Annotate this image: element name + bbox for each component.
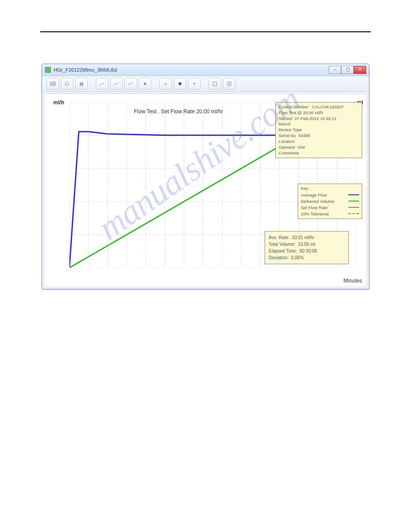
- legend-row-delivered: Delivered Volume: [301, 198, 359, 204]
- info-control-label: Control Number: [278, 104, 308, 109]
- stats-panel: Ave. Rate: 20.01 ml/hr Total Volume: 10.…: [265, 231, 349, 264]
- info-panel: Control Number CALCHK120207 Flow Test @ …: [275, 102, 362, 158]
- stats-elapsed-label: Elapsed Time:: [269, 249, 297, 253]
- info-comments: Comments: [278, 150, 359, 156]
- stats-dev-label: Deviation:: [269, 255, 288, 260]
- svg-point-7: [144, 82, 146, 85]
- toolbar-up-icon[interactable]: [159, 78, 172, 90]
- legend-label-vol: Delivered Volume: [301, 199, 347, 204]
- close-button[interactable]: ✕: [354, 66, 366, 74]
- toolbar-print-icon[interactable]: [75, 78, 88, 90]
- window-titlebar: HGr_F2012298mo_3N58.i5d – ▢ ✕: [42, 64, 369, 76]
- stats-dev-value: 0.06%: [291, 255, 304, 260]
- toolbar-settings-icon[interactable]: [139, 78, 151, 90]
- x-axis-label: Minutes: [343, 278, 362, 284]
- info-location: Location: [278, 139, 359, 145]
- toolbar-zoomout-icon[interactable]: [209, 78, 221, 90]
- info-serial-value: 50395: [298, 133, 310, 138]
- legend-row-tolerance: 10% Tolerance: [301, 210, 359, 217]
- info-manuf: Manuf: [278, 121, 359, 127]
- toolbar-grid-icon[interactable]: [47, 78, 59, 90]
- legend-title: Key: [301, 186, 359, 191]
- stats-ave-label: Ave. Rate:: [269, 235, 290, 240]
- stats-vol-value: 10.05 ml: [298, 242, 315, 247]
- toolbar-chart3-icon[interactable]: [124, 78, 137, 90]
- toolbar-chart1-icon[interactable]: [96, 78, 108, 90]
- svg-rect-9: [213, 82, 217, 86]
- info-started-label: Started: [278, 116, 292, 121]
- info-operator-value: GW: [298, 145, 305, 150]
- legend-row-avg-flow: Average Flow: [301, 192, 359, 198]
- toolbar-zoomin-icon[interactable]: [223, 78, 235, 90]
- svg-rect-5: [80, 82, 83, 83]
- app-icon: [45, 67, 51, 73]
- toolbar-stop-icon[interactable]: [174, 78, 186, 90]
- legend-label-avg: Average Flow: [301, 193, 347, 197]
- chart-area: ml/h ml Minutes Flow Test . Set Flow Rat…: [44, 94, 367, 287]
- stats-ave-value: 20.01 ml/hr: [292, 235, 314, 240]
- application-window: HGr_F2012298mo_3N58.i5d – ▢ ✕: [42, 64, 369, 289]
- minimize-button[interactable]: –: [329, 66, 341, 74]
- info-device: Device Type: [278, 127, 359, 133]
- legend-row-setflow: Set Flow Rate: [301, 204, 359, 210]
- toolbar: [42, 76, 369, 92]
- svg-rect-6: [80, 85, 83, 86]
- info-operator-label: Operator: [278, 145, 295, 150]
- window-title: HGr_F2012298mo_3N58.i5d: [54, 67, 117, 73]
- toolbar-down-icon[interactable]: [188, 78, 201, 90]
- maximize-button[interactable]: ▢: [341, 66, 354, 74]
- toolbar-refresh-icon[interactable]: [61, 78, 73, 90]
- info-flowtest: Flow Test @ 20.00 ml/h: [278, 110, 359, 116]
- toolbar-chart2-icon[interactable]: [110, 78, 123, 90]
- info-started-value: 07-Feb-2012 16:49:11: [295, 116, 337, 121]
- stats-elapsed-value: 00:30:08: [300, 249, 317, 253]
- legend-label-tol: 10% Tolerance: [301, 211, 347, 216]
- stats-vol-label: Total Volume:: [269, 242, 295, 247]
- legend-panel: Key Average Flow Delivered Volume Set Fl…: [298, 184, 362, 219]
- info-serial-label: Serial No: [278, 133, 296, 138]
- y-axis-left-label: ml/h: [53, 99, 64, 106]
- legend-label-set: Set Flow Rate: [301, 205, 347, 210]
- info-control-value: CALCHK120207: [312, 104, 343, 109]
- svg-rect-8: [179, 82, 181, 85]
- horizontal-rule: [40, 31, 371, 32]
